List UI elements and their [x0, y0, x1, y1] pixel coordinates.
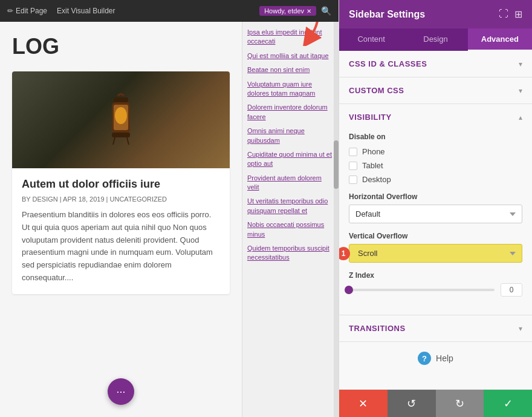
css-id-classes-section: CSS ID & Classes ▾ — [339, 51, 532, 77]
page-content: LOG — [0, 22, 339, 417]
undo-button[interactable]: ↺ — [388, 390, 436, 417]
vertical-overflow-label: Vertical Overflow — [349, 232, 522, 240]
visibility-section: Visibility ▴ Disable on Phone Tablet Des… — [339, 104, 532, 315]
z-index-label: Z Index — [349, 271, 522, 280]
z-index-row: 0 — [349, 283, 522, 297]
scrollbar-thumb[interactable] — [334, 140, 339, 189]
redo-button[interactable]: ↻ — [436, 390, 484, 417]
svg-line-6 — [127, 137, 129, 145]
transitions-title: Transitions — [349, 324, 406, 333]
horizontal-overflow-select[interactable]: Default Visible Hidden Scroll Auto — [349, 205, 522, 223]
transitions-header[interactable]: Transitions ▾ — [339, 315, 532, 341]
right-panel: Sidebar Settings ⛶ ⊞ Content Design Adva… — [339, 0, 532, 417]
visibility-chevron: ▴ — [519, 113, 522, 122]
redo-icon: ↻ — [455, 397, 464, 410]
tab-design[interactable]: Design — [403, 28, 467, 51]
custom-css-header[interactable]: Custom CSS ▾ — [339, 77, 532, 103]
svg-line-5 — [113, 137, 115, 145]
slider-thumb[interactable] — [345, 286, 353, 294]
svg-point-3 — [115, 107, 127, 124]
visibility-header[interactable]: Visibility ▴ — [339, 104, 532, 130]
settings-title: Sidebar Settings — [349, 9, 425, 20]
help-label: Help — [436, 353, 453, 363]
transitions-section: Transitions ▾ — [339, 315, 532, 342]
transitions-chevron: ▾ — [519, 324, 522, 333]
phone-checkbox-row: Phone — [349, 147, 522, 156]
pencil-icon: ✏ — [7, 7, 13, 15]
phone-label: Phone — [362, 147, 385, 156]
grid-icon[interactable]: ⊞ — [514, 8, 522, 20]
action-bar: ✕ ↺ ↻ ✓ — [339, 389, 532, 417]
widget-link[interactable]: Cupiditate quod minima ut et optio aut — [247, 150, 334, 169]
main-content: LOG — [0, 22, 242, 417]
custom-css-title: Custom CSS — [349, 86, 404, 95]
fullscreen-icon[interactable]: ⛶ — [499, 8, 508, 20]
toolbar: ✏ Edit Page Exit Visual Builder Howdy, e… — [0, 0, 339, 22]
settings-header: Sidebar Settings ⛶ ⊞ — [339, 0, 532, 28]
css-id-classes-chevron: ▾ — [519, 60, 522, 68]
fab-button[interactable]: ··· — [108, 378, 134, 405]
tablet-checkbox-row: Tablet — [349, 161, 522, 170]
blog-title: LOG — [12, 34, 230, 59]
z-index-group: Z Index 0 — [349, 271, 522, 297]
widget-scrollbar[interactable] — [334, 22, 339, 417]
z-index-value[interactable]: 0 — [501, 283, 522, 297]
edit-page-button[interactable]: ✏ Edit Page — [7, 7, 47, 15]
horizontal-overflow-label: Horizontal Overflow — [349, 192, 522, 201]
red-arrow-icon — [290, 22, 326, 46]
z-index-slider-track[interactable] — [349, 289, 495, 291]
widget-link[interactable]: Provident autem dolorem velit — [247, 174, 334, 192]
svg-rect-4 — [112, 133, 130, 137]
blog-card-meta: BY DESIGN | APR 18, 2019 | UNCATEGORIZED — [22, 195, 220, 203]
phone-checkbox[interactable] — [349, 148, 357, 156]
cancel-icon: ✕ — [358, 397, 368, 410]
visibility-title: Visibility — [349, 113, 392, 122]
widget-link[interactable]: Dolorem inventore dolorum facere — [247, 103, 334, 122]
toolbar-right: Howdy, etdev ✕ 🔍 — [259, 6, 331, 16]
vertical-overflow-select[interactable]: Default Visible Hidden Scroll Auto — [349, 244, 522, 263]
search-icon[interactable]: 🔍 — [321, 6, 331, 16]
lantern-image — [103, 93, 139, 147]
css-id-classes-title: CSS ID & Classes — [349, 59, 427, 68]
horizontal-overflow-group: Horizontal Overflow Default Visible Hidd… — [349, 192, 522, 223]
vertical-overflow-group: Vertical Overflow 1 Default Visible Hidd… — [349, 232, 522, 263]
help-icon[interactable]: ? — [418, 352, 431, 365]
widget-link[interactable]: Omnis animi neque quibusdam — [247, 126, 334, 145]
save-icon: ✓ — [504, 397, 513, 410]
blog-card-text: Praesentium blanditiis in dolores eos eo… — [22, 209, 220, 284]
desktop-checkbox[interactable] — [349, 176, 357, 184]
custom-css-chevron: ▾ — [519, 87, 522, 95]
tablet-label: Tablet — [362, 161, 383, 170]
exit-builder-button[interactable]: Exit Visual Builder — [57, 7, 115, 15]
custom-css-section: Custom CSS ▾ — [339, 77, 532, 104]
widget-links-container: Ipsa elus impedit incidunt occaecatiQui … — [247, 28, 334, 263]
widget-link[interactable]: Nobis occaecati possimus minus — [247, 220, 334, 239]
arrow-annotation — [290, 22, 326, 48]
disable-on-label: Disable on — [349, 133, 522, 141]
css-id-classes-header[interactable]: CSS ID & Classes ▾ — [339, 51, 532, 77]
widget-link[interactable]: Qui est molliia sit aut itaque — [247, 51, 334, 61]
cancel-button[interactable]: ✕ — [339, 390, 388, 417]
desktop-label: Desktop — [362, 175, 391, 184]
blog-card-image — [12, 71, 230, 168]
widget-link[interactable]: Beatae non sint enim — [247, 65, 334, 74]
settings-body: CSS ID & Classes ▾ Custom CSS ▾ Visibili… — [339, 51, 532, 389]
tab-content[interactable]: Content — [339, 28, 403, 51]
widget-link[interactable]: Ut veritatis temporibus odio quisquam re… — [247, 197, 334, 215]
visibility-body: Disable on Phone Tablet Desktop Horizont… — [339, 130, 532, 315]
blog-card-title: Autem ut dolor officiis iure — [22, 178, 220, 191]
save-button[interactable]: ✓ — [484, 390, 532, 417]
tablet-checkbox[interactable] — [349, 162, 357, 170]
left-panel: ✏ Edit Page Exit Visual Builder Howdy, e… — [0, 0, 339, 417]
tab-advanced[interactable]: Advanced — [468, 28, 532, 51]
help-area: ? Help — [339, 342, 532, 375]
blog-card-body: Autem ut dolor officiis iure BY DESIGN |… — [12, 168, 230, 294]
desktop-checkbox-row: Desktop — [349, 175, 522, 184]
widget-link[interactable]: Voluptatum quam iure dolores totam magna… — [247, 80, 334, 99]
undo-icon: ↺ — [407, 397, 416, 410]
settings-tabs: Content Design Advanced — [339, 28, 532, 51]
widget-link[interactable]: Quidem temporibus suscipit necessitatibu… — [247, 244, 334, 263]
widget-area: Ipsa elus impedit incidunt occaecatiQui … — [242, 22, 339, 417]
howdy-badge: Howdy, etdev ✕ — [259, 6, 316, 16]
badge-close-icon[interactable]: ✕ — [307, 8, 311, 15]
